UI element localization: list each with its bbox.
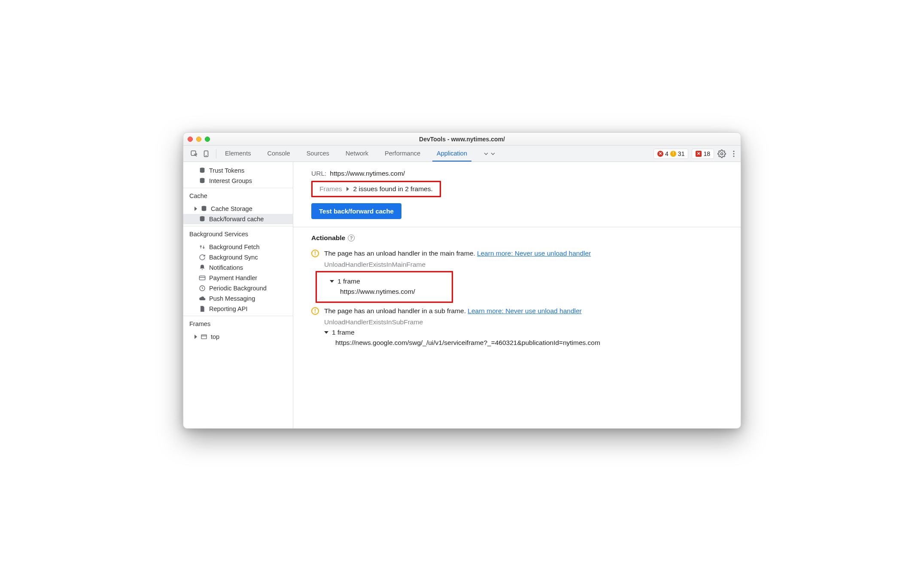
sidebar-item-bfcache[interactable]: Back/forward cache bbox=[183, 214, 293, 224]
sidebar-label: top bbox=[211, 333, 219, 340]
sidebar-item-periodic[interactable]: Periodic Background bbox=[183, 283, 293, 293]
frame-expand-toggle[interactable]: 1 frame bbox=[330, 277, 447, 285]
url-row: URL: https://www.nytimes.com/ bbox=[311, 170, 741, 177]
panel-tabs: Elements Console Sources Network Perform… bbox=[221, 146, 500, 162]
database-icon bbox=[199, 177, 206, 184]
issue-text: The page has an unload handler in a sub … bbox=[324, 307, 468, 314]
sidebar-label: Push Messaging bbox=[209, 295, 255, 302]
issue-row: ! The page has an unload handler in the … bbox=[311, 250, 741, 257]
actionable-label: Actionable bbox=[311, 234, 345, 242]
svg-point-4 bbox=[733, 150, 735, 152]
tab-network[interactable]: Network bbox=[341, 146, 373, 162]
svg-rect-14 bbox=[201, 335, 207, 338]
error-warning-counter[interactable]: ✕ 4 ! 31 bbox=[653, 149, 688, 159]
traffic-lights bbox=[188, 137, 210, 142]
issues-icon: ✕ bbox=[696, 151, 702, 157]
frame-url: https://news.google.com/swg/_/ui/v1/serv… bbox=[335, 339, 741, 347]
svg-rect-11 bbox=[199, 276, 205, 280]
warning-circle-icon: ! bbox=[311, 250, 319, 257]
more-tabs-icon[interactable] bbox=[479, 146, 500, 162]
minimize-icon[interactable] bbox=[196, 137, 201, 142]
body: Trust Tokens Interest Groups Cache Cache… bbox=[183, 162, 741, 428]
main-content: URL: https://www.nytimes.com/ Frames 2 i… bbox=[293, 162, 741, 428]
sidebar-section-frames: Frames bbox=[183, 316, 293, 330]
tabbar: Elements Console Sources Network Perform… bbox=[183, 146, 741, 162]
svg-point-6 bbox=[733, 155, 735, 157]
tab-performance[interactable]: Performance bbox=[380, 146, 425, 162]
frame-count: 1 frame bbox=[332, 329, 355, 336]
settings-icon[interactable] bbox=[717, 149, 726, 158]
frame-icon bbox=[201, 333, 207, 340]
device-toggle-icon[interactable] bbox=[202, 150, 210, 158]
sidebar-section-cache: Cache bbox=[183, 188, 293, 202]
sidebar-label: Back/forward cache bbox=[209, 216, 264, 223]
issue-row: ! The page has an unload handler in a su… bbox=[311, 307, 741, 315]
sidebar-label: Background Sync bbox=[209, 254, 258, 261]
page-icon bbox=[199, 305, 206, 312]
devtools-window: DevTools - www.nytimes.com/ Elements Con… bbox=[183, 132, 741, 429]
issue-text: The page has an unload handler in the ma… bbox=[324, 250, 477, 257]
sidebar-label: Periodic Background bbox=[209, 285, 267, 292]
clock-icon bbox=[199, 285, 206, 292]
learn-more-link[interactable]: Learn more: Never use unload handler bbox=[468, 307, 581, 314]
actionable-header: Actionable ? bbox=[311, 234, 741, 242]
arrows-icon bbox=[199, 244, 206, 250]
issue-code: UnloadHandlerExistsInSubFrame bbox=[324, 318, 741, 326]
sidebar-item-payment[interactable]: Payment Handler bbox=[183, 273, 293, 283]
help-icon[interactable]: ? bbox=[348, 235, 355, 241]
sidebar-section-bg: Background Services bbox=[183, 226, 293, 240]
sync-icon bbox=[199, 254, 206, 261]
cloud-icon bbox=[199, 295, 206, 302]
caret-icon[interactable] bbox=[346, 187, 349, 191]
tab-console[interactable]: Console bbox=[263, 146, 294, 162]
close-icon[interactable] bbox=[188, 137, 193, 142]
frames-label: Frames bbox=[319, 185, 342, 193]
sidebar-label: Trust Tokens bbox=[209, 167, 244, 174]
card-icon bbox=[199, 274, 206, 281]
sidebar-item-push[interactable]: Push Messaging bbox=[183, 293, 293, 304]
sidebar-item-frame-top[interactable]: top bbox=[183, 332, 293, 342]
caret-icon bbox=[195, 207, 197, 211]
svg-point-5 bbox=[733, 153, 735, 154]
warning-count: 31 bbox=[678, 150, 685, 157]
frame-detail-highlight: 1 frame https://www.nytimes.com/ bbox=[316, 271, 453, 303]
sidebar-label: Notifications bbox=[209, 264, 243, 271]
learn-more-link[interactable]: Learn more: Never use unload handler bbox=[477, 250, 591, 257]
tab-sources[interactable]: Sources bbox=[302, 146, 334, 162]
issues-counter[interactable]: ✕ 18 bbox=[692, 149, 714, 159]
frame-expand-toggle[interactable]: 1 frame bbox=[324, 329, 741, 336]
url-label: URL: bbox=[311, 170, 326, 177]
divider bbox=[293, 227, 741, 227]
test-bfcache-button[interactable]: Test back/forward cache bbox=[311, 203, 401, 219]
frame-count: 1 frame bbox=[337, 277, 360, 285]
inspect-element-icon[interactable] bbox=[190, 150, 198, 158]
database-icon bbox=[199, 216, 206, 223]
frames-summary-highlight: Frames 2 issues found in 2 frames. bbox=[311, 181, 441, 197]
url-value: https://www.nytimes.com/ bbox=[330, 170, 405, 177]
sidebar-item-bgfetch[interactable]: Background Fetch bbox=[183, 242, 293, 252]
sidebar-label: Cache Storage bbox=[211, 205, 252, 212]
sidebar-label: Background Fetch bbox=[209, 244, 260, 250]
error-icon: ✕ bbox=[657, 151, 663, 157]
svg-point-3 bbox=[721, 152, 723, 155]
tab-application[interactable]: Application bbox=[432, 146, 471, 162]
sidebar-label: Payment Handler bbox=[209, 274, 257, 281]
frames-summary: 2 issues found in 2 frames. bbox=[353, 185, 433, 193]
sidebar-item-trust-tokens[interactable]: Trust Tokens bbox=[183, 165, 293, 176]
sidebar-item-bgsync[interactable]: Background Sync bbox=[183, 252, 293, 262]
zoom-icon[interactable] bbox=[205, 137, 210, 142]
sidebar-label: Reporting API bbox=[209, 305, 247, 312]
window-title: DevTools - www.nytimes.com/ bbox=[183, 136, 741, 143]
sidebar-item-notifications[interactable]: Notifications bbox=[183, 262, 293, 273]
sidebar: Trust Tokens Interest Groups Cache Cache… bbox=[183, 162, 293, 428]
sidebar-item-reporting[interactable]: Reporting API bbox=[183, 304, 293, 314]
sidebar-item-cache-storage[interactable]: Cache Storage bbox=[183, 204, 293, 214]
frame-url: https://www.nytimes.com/ bbox=[340, 288, 447, 296]
sidebar-item-interest-groups[interactable]: Interest Groups bbox=[183, 176, 293, 186]
titlebar: DevTools - www.nytimes.com/ bbox=[183, 133, 741, 146]
tab-elements[interactable]: Elements bbox=[221, 146, 255, 162]
bell-icon bbox=[199, 264, 206, 271]
database-icon bbox=[199, 167, 206, 174]
warning-circle-icon: ! bbox=[311, 307, 319, 315]
more-options-icon[interactable] bbox=[729, 149, 738, 158]
